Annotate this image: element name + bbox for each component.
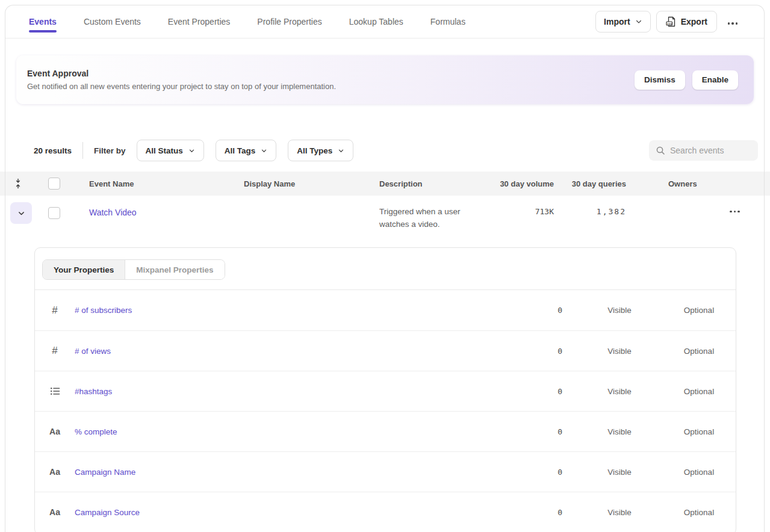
tab-events-label: Events xyxy=(29,17,57,26)
property-name-link[interactable]: % complete xyxy=(75,427,511,436)
tab-custom-events[interactable]: Custom Events xyxy=(84,17,141,26)
column-event-name: Event Name xyxy=(77,179,232,188)
property-requirement: Optional xyxy=(677,427,721,436)
property-name-link[interactable]: #hashtags xyxy=(75,387,511,396)
tab-events[interactable]: Events xyxy=(29,17,57,26)
csv-file-icon: csv xyxy=(666,16,676,27)
property-visibility: Visible xyxy=(562,387,677,396)
results-count: 20 results xyxy=(34,146,72,155)
text-type-icon: Aa xyxy=(49,427,60,436)
filter-all-status-label: All Status xyxy=(146,146,183,155)
chevron-down-icon xyxy=(188,147,195,154)
property-name-link[interactable]: Campaign Name xyxy=(75,468,511,477)
row-checkbox[interactable] xyxy=(48,207,60,219)
properties-panel-header: Your Properties Mixpanel Properties xyxy=(35,248,736,290)
filter-all-status[interactable]: All Status xyxy=(137,140,204,161)
collapse-all-button[interactable] xyxy=(13,178,39,190)
tab-mixpanel-properties[interactable]: Mixpanel Properties xyxy=(125,260,224,279)
property-visibility: Visible xyxy=(562,508,677,517)
tab-event-properties[interactable]: Event Properties xyxy=(168,17,231,26)
event-description: Triggered when a user watches a video. xyxy=(367,196,470,230)
svg-text:csv: csv xyxy=(667,22,672,25)
column-30-day-volume: 30 day volume xyxy=(494,179,554,188)
tab-your-properties[interactable]: Your Properties xyxy=(43,260,125,279)
column-30-day-queries: 30 day queries xyxy=(554,179,626,188)
row-more-menu-button[interactable] xyxy=(730,196,740,214)
tab-lookup-tables[interactable]: Lookup Tables xyxy=(349,17,403,26)
select-all-checkbox[interactable] xyxy=(48,178,60,190)
row-expand-button[interactable] xyxy=(10,202,32,224)
text-type-icon: Aa xyxy=(49,507,60,517)
list-type-icon xyxy=(50,386,60,396)
property-row: Aa Campaign Source 0 Visible Optional xyxy=(35,492,736,532)
banner-text: Event Approval Get notified on all new e… xyxy=(27,69,336,91)
property-name-link[interactable]: # of subscribers xyxy=(75,306,511,315)
tab-profile-properties[interactable]: Profile Properties xyxy=(257,17,321,26)
tab-formulas-label: Formulas xyxy=(430,17,465,26)
column-description: Description xyxy=(367,179,494,188)
property-count: 0 xyxy=(511,347,562,356)
property-requirement: Optional xyxy=(677,347,721,356)
dismiss-button[interactable]: Dismiss xyxy=(635,70,685,90)
tab-profile-properties-label: Profile Properties xyxy=(257,17,321,26)
chevron-down-icon xyxy=(17,209,25,217)
ellipsis-icon xyxy=(730,211,740,213)
column-display-name: Display Name xyxy=(232,179,367,188)
property-row: # # of subscribers 0 Visible Optional xyxy=(35,290,736,330)
property-count: 0 xyxy=(511,468,562,477)
export-button[interactable]: csv Export xyxy=(656,11,717,32)
filter-all-tags-label: All Tags xyxy=(225,146,256,155)
event-30-day-queries: 1,382 xyxy=(554,196,626,216)
banner-actions: Dismiss Enable xyxy=(635,70,738,90)
export-button-label: Export xyxy=(681,17,707,26)
filter-by-label: Filter by xyxy=(94,146,126,155)
tab-custom-events-label: Custom Events xyxy=(84,17,141,26)
text-type-icon: Aa xyxy=(49,467,60,477)
event-name-link[interactable]: Watch Video xyxy=(77,196,232,217)
properties-panel: Your Properties Mixpanel Properties # # … xyxy=(34,247,736,532)
property-count: 0 xyxy=(511,427,562,436)
filter-toolbar: 20 results Filter by All Status All Tags… xyxy=(0,140,770,161)
ellipsis-icon xyxy=(728,22,738,25)
tab-formulas[interactable]: Formulas xyxy=(430,17,465,26)
search-box xyxy=(649,140,758,161)
property-count: 0 xyxy=(511,508,562,517)
number-type-icon: # xyxy=(52,305,57,317)
property-visibility: Visible xyxy=(562,468,677,477)
property-requirement: Optional xyxy=(677,468,721,477)
property-visibility: Visible xyxy=(562,306,677,315)
chevron-down-icon xyxy=(635,18,642,25)
enable-button[interactable]: Enable xyxy=(692,70,738,90)
property-requirement: Optional xyxy=(677,387,721,396)
event-row-watch-video: Watch Video Triggered when a user watche… xyxy=(0,196,770,247)
import-button[interactable]: Import xyxy=(595,11,651,32)
property-name-link[interactable]: Campaign Source xyxy=(75,508,511,517)
chevron-down-icon xyxy=(261,147,267,154)
events-table-header: Event Name Display Name Description 30 d… xyxy=(0,172,770,196)
property-visibility: Visible xyxy=(562,347,677,356)
event-approval-banner: Event Approval Get notified on all new e… xyxy=(16,55,754,104)
banner-description: Get notified on all new events entering … xyxy=(27,82,336,91)
properties-tabs: Your Properties Mixpanel Properties xyxy=(42,259,225,280)
property-row: # # of views 0 Visible Optional xyxy=(35,330,736,371)
property-requirement: Optional xyxy=(677,508,721,517)
search-input[interactable] xyxy=(670,146,748,155)
property-visibility: Visible xyxy=(562,427,677,436)
nav-actions: Import csv Export xyxy=(595,11,743,32)
import-button-label: Import xyxy=(604,17,630,26)
filter-all-types[interactable]: All Types xyxy=(288,140,353,161)
property-name-link[interactable]: # of views xyxy=(75,347,511,356)
column-owners: Owners xyxy=(626,179,716,188)
more-menu-button[interactable] xyxy=(722,11,743,32)
tab-event-properties-label: Event Properties xyxy=(168,17,231,26)
property-row: #hashtags 0 Visible Optional xyxy=(35,371,736,411)
property-count: 0 xyxy=(511,306,562,315)
property-row: Aa % complete 0 Visible Optional xyxy=(35,411,736,451)
toolbar-divider xyxy=(82,142,83,159)
collapse-vertical-icon xyxy=(13,178,39,189)
filter-all-tags[interactable]: All Tags xyxy=(216,140,277,161)
nav-tabs: Events Custom Events Event Properties Pr… xyxy=(29,5,465,38)
number-type-icon: # xyxy=(52,345,57,357)
property-count: 0 xyxy=(511,387,562,396)
property-row: Aa Campaign Name 0 Visible Optional xyxy=(35,451,736,492)
